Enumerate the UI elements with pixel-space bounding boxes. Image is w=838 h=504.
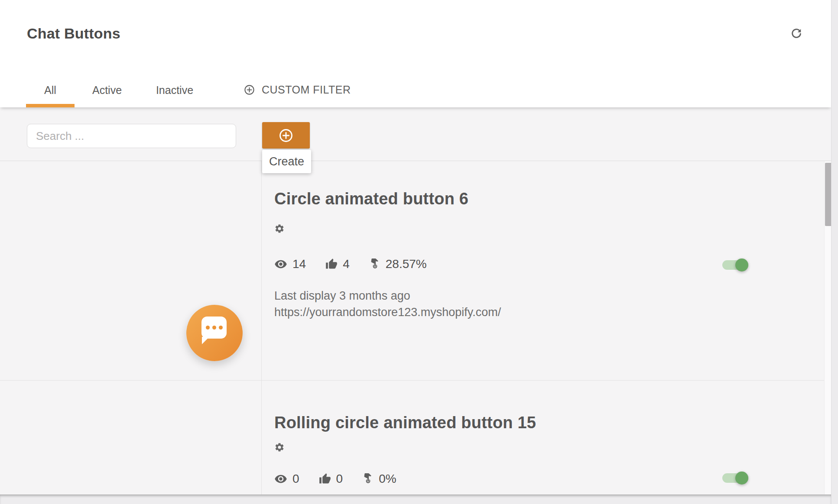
toolbar: Create [0,107,831,161]
search-input[interactable] [27,124,236,148]
list-scrollbar[interactable] [824,161,831,495]
window-bottom-edge [0,494,831,504]
eye-icon [274,472,287,485]
tab-all-label: All [44,84,56,97]
chat-buttons-list: Circle animated button 6 14 [0,161,831,495]
circle-plus-icon [244,84,255,96]
last-display-text: Last display 3 months ago [274,288,501,304]
item-title: Rolling circle animated button 15 [274,414,536,432]
click-rate-stat: 28.57% [369,257,427,271]
list-item-row: Rolling circle animated button 15 0 [0,381,824,495]
thumbs-up-icon [319,473,331,485]
list-item-row: Circle animated button 6 14 [0,161,824,381]
active-tab-underline [26,104,75,107]
window-right-edge [831,0,838,504]
item-meta: Last display 3 months ago https://yourra… [274,288,501,320]
custom-filter-label: CUSTOM FILTER [262,84,351,96]
custom-filter-button[interactable]: CUSTOM FILTER [244,73,351,107]
enable-toggle[interactable] [722,258,750,271]
toggle-knob [735,472,748,485]
likes-value: 4 [343,257,350,271]
create-button[interactable] [262,122,310,149]
enable-toggle[interactable] [722,472,750,485]
refresh-button[interactable] [785,23,808,45]
thumbs-up-icon [325,258,338,270]
tab-inactive[interactable]: Inactive [140,73,210,107]
tap-icon [362,473,374,485]
views-stat: 0 [274,472,299,486]
tab-inactive-label: Inactive [156,84,193,97]
toggle-knob [735,258,748,271]
likes-stat: 0 [319,472,343,486]
views-value: 14 [292,257,306,271]
tab-bar: All Active Inactive CUSTOM FILTER [26,73,351,107]
create-tooltip: Create [262,150,311,173]
scrollbar-thumb[interactable] [825,163,831,226]
page-title: Chat Buttons [27,25,120,42]
views-stat: 14 [274,257,306,271]
likes-value: 0 [336,472,343,486]
item-url: https://yourrandomstore123.myshopify.com… [274,304,501,320]
tab-all[interactable]: All [26,73,75,107]
click-rate-stat: 0% [362,472,396,486]
views-value: 0 [292,472,299,486]
item-stats: 14 4 28.57% [274,257,446,271]
settings-gear-icon[interactable] [274,442,285,452]
chat-button-preview[interactable] [186,305,243,361]
circle-plus-icon [278,128,294,143]
item-title: Circle animated button 6 [274,190,468,208]
settings-gear-icon[interactable] [274,223,285,234]
tap-icon [369,258,380,270]
item-stats: 0 0 0% [274,472,416,486]
page-header: Chat Buttons All Active Inactive [0,0,831,107]
typing-dots-icon [201,317,227,339]
refresh-icon [790,27,803,40]
tab-active[interactable]: Active [75,73,140,107]
tab-active-label: Active [92,84,122,97]
click-rate-value: 28.57% [386,257,427,271]
eye-icon [274,258,287,271]
likes-stat: 4 [325,257,350,271]
click-rate-value: 0% [379,472,396,486]
